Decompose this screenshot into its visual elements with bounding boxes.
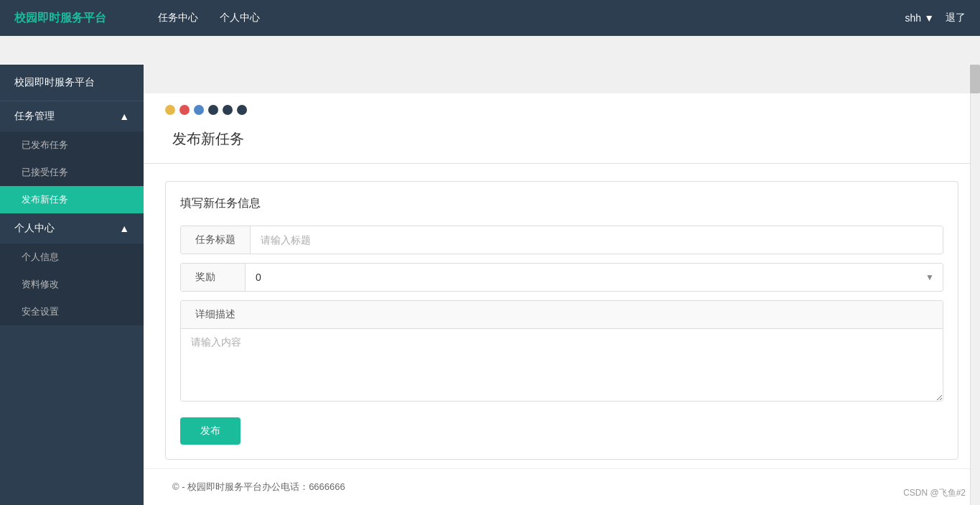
task-title-row: 任务标题 <box>180 226 943 254</box>
page-title-section: 发布新任务 <box>144 122 980 164</box>
username-display[interactable]: shh ▼ <box>905 12 934 24</box>
description-label: 详细描述 <box>181 301 943 329</box>
footer-text: © - 校园即时服务平台办公电话：6666666 <box>172 481 345 492</box>
scrollbar[interactable] <box>970 65 980 505</box>
form-card-title: 填写新任务信息 <box>180 196 943 211</box>
top-nav-links: 任务中心 个人中心 <box>158 9 905 27</box>
sidebar-expand-personal-icon: ▲ <box>119 223 129 234</box>
footer: © - 校园即时服务平台办公电话：6666666 <box>144 468 980 505</box>
sidebar-item-accepted[interactable]: 已接受任务 <box>0 159 144 186</box>
nav-personal-center[interactable]: 个人中心 <box>220 9 260 27</box>
task-title-input[interactable] <box>251 226 943 254</box>
sidebar-section-task-label: 任务管理 <box>14 110 55 123</box>
footer-right: CSDN @飞鱼#2 <box>903 487 966 499</box>
dots-decoration <box>144 93 980 122</box>
task-title-label: 任务标题 <box>181 226 251 254</box>
user-area: shh ▼ 退了 <box>905 11 966 24</box>
dot-1 <box>165 105 175 115</box>
dot-3 <box>194 105 204 115</box>
sidebar-item-security[interactable]: 安全设置 <box>0 298 144 325</box>
sidebar-item-published[interactable]: 已发布任务 <box>0 131 144 159</box>
sidebar-section-task: 任务管理 ▲ 已发布任务 已接受任务 发布新任务 <box>0 101 144 213</box>
dot-5 <box>223 105 233 115</box>
description-textarea[interactable] <box>181 329 943 401</box>
description-row: 详细描述 <box>180 300 943 402</box>
sidebar: 校园即时服务平台 任务管理 ▲ 已发布任务 已接受任务 发布新任务 个人中心 ▲… <box>0 65 144 505</box>
submit-button[interactable]: 发布 <box>180 417 241 445</box>
sidebar-section-task-header[interactable]: 任务管理 ▲ <box>0 101 144 131</box>
username-text: shh <box>905 12 922 24</box>
scroll-thumb[interactable] <box>970 65 980 93</box>
sidebar-item-profile-edit[interactable]: 资料修改 <box>0 271 144 298</box>
sidebar-brand: 校园即时服务平台 <box>0 65 144 101</box>
sidebar-expand-task-icon: ▲ <box>119 111 129 122</box>
logout-button[interactable]: 退了 <box>946 11 966 24</box>
sidebar-item-personal-info[interactable]: 个人信息 <box>0 244 144 271</box>
dropdown-arrow-icon: ▼ <box>924 12 934 24</box>
reward-label: 奖励 <box>181 264 246 291</box>
page-title: 发布新任务 <box>172 129 951 149</box>
dot-6 <box>237 105 247 115</box>
sidebar-section-personal: 个人中心 ▲ 个人信息 资料修改 安全设置 <box>0 213 144 325</box>
dot-4 <box>208 105 218 115</box>
main-layout: 校园即时服务平台 任务管理 ▲ 已发布任务 已接受任务 发布新任务 个人中心 ▲… <box>0 93 980 505</box>
sidebar-section-personal-header[interactable]: 个人中心 ▲ <box>0 213 144 244</box>
form-card: 填写新任务信息 任务标题 奖励 0 5 10 20 50 ▼ <box>165 181 958 460</box>
reward-select-wrapper: 0 5 10 20 50 ▼ <box>246 264 943 291</box>
sidebar-section-personal-label: 个人中心 <box>14 222 55 235</box>
reward-row: 奖励 0 5 10 20 50 ▼ <box>180 263 943 292</box>
reward-select[interactable]: 0 5 10 20 50 <box>246 264 943 290</box>
main-content: 发布新任务 填写新任务信息 任务标题 奖励 0 5 10 20 50 <box>144 93 980 505</box>
dot-2 <box>179 105 190 115</box>
nav-task-center[interactable]: 任务中心 <box>158 9 198 27</box>
top-bar: 校园即时服务平台 任务中心 个人中心 shh ▼ 退了 <box>0 0 980 36</box>
sidebar-item-new-task[interactable]: 发布新任务 <box>0 186 144 213</box>
top-brand: 校园即时服务平台 <box>14 11 129 26</box>
